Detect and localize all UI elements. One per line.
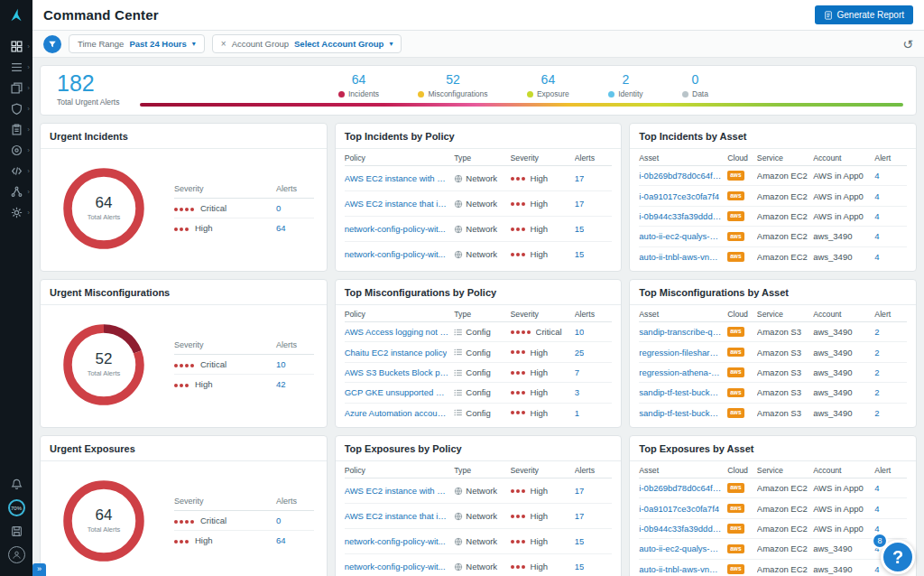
aws-icon: aws — [727, 191, 744, 201]
account-group-filter[interactable]: × Account Group Select Account Group ▾ — [212, 34, 402, 53]
asset-link[interactable]: sandip-transcribe-qhr... — [639, 327, 722, 337]
policy-link[interactable]: AWS EC2 instance with unr... — [345, 173, 449, 183]
asset-link[interactable]: auto-ii-tnbl-aws-vnbo... — [639, 252, 722, 262]
stat-incidents[interactable]: 64 Incidents — [338, 73, 379, 98]
alert-count-link[interactable]: 4 — [874, 171, 879, 181]
alert-count-link[interactable]: 15 — [575, 224, 585, 234]
sidebar-item-policies[interactable]: › — [0, 98, 32, 119]
high-alerts-count[interactable]: 64 — [276, 223, 314, 233]
stat-misconfigurations[interactable]: 52 Misconfigurations — [418, 73, 487, 98]
critical-alerts-count[interactable]: 0 — [276, 516, 314, 525]
alert-count-link[interactable]: 4 — [874, 191, 879, 201]
alert-count-link[interactable]: 3 — [575, 387, 579, 397]
alert-count-link[interactable]: 15 — [575, 249, 585, 259]
reset-filters-button[interactable]: ↺ — [902, 38, 913, 51]
time-range-filter[interactable]: Time Range Past 24 Hours ▾ — [69, 34, 205, 53]
policy-link[interactable]: AWS EC2 instance that is i... — [345, 199, 449, 209]
alert-count-link[interactable]: 10 — [575, 327, 585, 337]
alert-count-link[interactable]: 2 — [874, 348, 879, 358]
alert-count-link[interactable]: 1 — [575, 408, 579, 418]
stat-data[interactable]: 0 Data — [682, 73, 708, 98]
high-alerts-count[interactable]: 64 — [276, 535, 314, 545]
sidebar-expand-tab[interactable]: » — [32, 563, 46, 576]
notifications-bell-icon[interactable] — [11, 478, 23, 490]
alert-count-link[interactable]: 17 — [575, 173, 585, 183]
asset-link[interactable]: i-0b944c33fa39ddd69 — [639, 524, 722, 534]
aws-icon: aws — [727, 504, 744, 514]
exposures-donut-chart[interactable]: 64 Total Alerts — [59, 476, 149, 566]
alert-count-link[interactable]: 2 — [874, 367, 879, 377]
policy-link[interactable]: AWS S3 Buckets Block publ... — [345, 367, 449, 377]
policy-link[interactable]: network-config-policy-wit... — [345, 224, 446, 234]
policy-link[interactable]: GCP GKE unsupported Ma... — [345, 387, 449, 397]
usage-gauge[interactable]: 70% — [8, 499, 25, 516]
sidebar-item-investigate[interactable]: › — [0, 78, 32, 98]
asset-link[interactable]: i-0b269bd78d0c64fe8 — [639, 483, 722, 493]
asset-link[interactable]: auto-ii-ec2-qualys-up... — [639, 231, 722, 241]
policy-link[interactable]: AWS EC2 instance with unr... — [345, 486, 449, 496]
policy-link[interactable]: AWS EC2 instance that is i... — [345, 511, 449, 521]
app-logo[interactable] — [8, 7, 24, 27]
critical-alerts-count[interactable]: 10 — [276, 359, 314, 369]
stat-identity[interactable]: 2 Identity — [608, 73, 642, 98]
alert-count-link[interactable]: 7 — [575, 367, 579, 377]
misconfigurations-donut-chart[interactable]: 52 Total Alerts — [59, 320, 149, 410]
sidebar-item-inventory[interactable]: › — [0, 140, 32, 161]
alert-count-cell: 2 — [874, 367, 907, 377]
sidebar-item-dashboard[interactable]: › — [0, 36, 32, 57]
critical-alerts-count[interactable]: 0 — [276, 203, 314, 213]
alert-count-link[interactable]: 15 — [575, 536, 585, 546]
asset-link[interactable]: sandip-tf-test-bucket-... — [639, 387, 722, 397]
sidebar-item-network[interactable]: › — [0, 181, 32, 202]
alert-count-link[interactable]: 4 — [874, 252, 879, 262]
asset-link[interactable]: sandip-tf-test-bucket-... — [639, 408, 722, 418]
alert-count-link[interactable]: 2 — [874, 327, 879, 337]
sidebar-item-code-security[interactable]: › — [0, 161, 32, 181]
notification-count-badge[interactable]: 8 — [872, 533, 888, 549]
policy-link[interactable]: Chaitu EC2 instance policy — [345, 348, 448, 358]
high-alerts-count[interactable]: 42 — [276, 379, 314, 389]
alert-count-link[interactable]: 15 — [575, 562, 585, 571]
asset-link[interactable]: i-0a91017ce3c0fa7f4 — [639, 504, 719, 514]
alert-count-link[interactable]: 4 — [874, 564, 879, 574]
alert-count-link[interactable]: 17 — [575, 199, 585, 209]
asset-link[interactable]: i-0b944c33fa39ddd69 — [639, 211, 722, 221]
table-row: AWS Access logging not en...ConfigCritic… — [345, 322, 613, 342]
alert-count-link[interactable]: 25 — [575, 348, 585, 358]
policy-link[interactable]: Azure Automation account ... — [345, 408, 449, 418]
sidebar-item-settings[interactable]: › — [0, 202, 32, 223]
table-row: network-config-policy-wit...NetworkHigh1… — [345, 217, 613, 242]
caret-down-icon: ▾ — [192, 40, 196, 48]
alert-count-link[interactable]: 4 — [874, 483, 879, 493]
asset-link[interactable]: i-0a91017ce3c0fa7f4 — [639, 191, 719, 201]
filter-funnel-button[interactable] — [43, 35, 61, 53]
asset-link[interactable]: auto-ii-tnbl-aws-vnbo... — [639, 564, 722, 574]
sidebar-item-compliance[interactable]: › — [0, 119, 32, 140]
policy-link[interactable]: AWS Access logging not en... — [345, 327, 449, 337]
close-icon[interactable]: × — [221, 39, 226, 49]
stat-exposure[interactable]: 64 Exposure — [527, 73, 569, 98]
save-icon[interactable] — [11, 525, 23, 537]
alert-count-link[interactable]: 4 — [874, 504, 879, 514]
alert-count-link[interactable]: 2 — [874, 387, 879, 397]
policy-link[interactable]: network-config-policy-wit... — [345, 562, 446, 571]
asset-link[interactable]: i-0b269bd78d0c64fe8 — [639, 171, 722, 181]
sidebar-item-alerts[interactable]: › — [0, 57, 32, 78]
alert-count-link[interactable]: 4 — [874, 211, 879, 221]
asset-link[interactable]: auto-ii-ec2-qualys-up... — [639, 543, 722, 553]
alert-count-link[interactable]: 17 — [575, 486, 585, 496]
sidebar-footer: 70% — [8, 478, 25, 576]
asset-link[interactable]: regression-athena-41... — [639, 367, 722, 377]
policy-link[interactable]: network-config-policy-wit... — [345, 536, 446, 546]
type-label: Network — [466, 486, 497, 496]
generate-report-button[interactable]: Generate Report — [815, 5, 914, 24]
incidents-donut-chart[interactable]: 64 Total Alerts — [59, 163, 149, 254]
alert-count-cell: 15 — [575, 562, 613, 571]
cloud-cell: aws — [727, 348, 757, 358]
alert-count-link[interactable]: 17 — [575, 511, 585, 521]
alert-count-link[interactable]: 2 — [874, 408, 879, 418]
alert-count-link[interactable]: 4 — [874, 231, 879, 241]
asset-link[interactable]: regression-fileshare2... — [639, 348, 722, 358]
policy-link[interactable]: network-config-policy-wit... — [345, 249, 446, 259]
profile-avatar-icon[interactable] — [8, 546, 25, 563]
